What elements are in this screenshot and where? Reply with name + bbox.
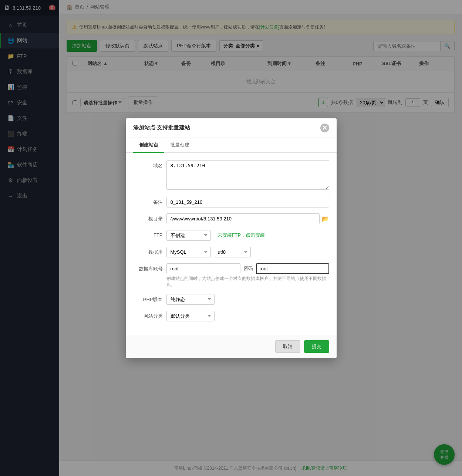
db-type-row: MySQL utf8: [166, 247, 329, 257]
rootdir-label: 根目录: [133, 213, 163, 222]
db-type-select[interactable]: MySQL: [166, 247, 211, 257]
database-control: MySQL utf8: [166, 247, 329, 257]
db-hint: 创建站点的同时，为站点创建一个对应的数据库帐户，方便不同站点使用不同数据库。: [166, 276, 329, 288]
db-charset-select[interactable]: utf8: [214, 247, 251, 257]
submit-button[interactable]: 提交: [304, 340, 329, 353]
category-row: 网站分类 默认分类: [133, 311, 329, 321]
password-label: 密码: [243, 265, 253, 272]
remark-control: 8_131_59_210: [166, 197, 329, 207]
ftp-select[interactable]: 不创建: [166, 230, 211, 241]
dialog-overlay: 添加站点-支持批量建站 ✕ 创建站点 批量创建 域名 8.131.59.210 …: [0, 0, 462, 476]
rootdir-row: 根目录 /www/wwwroot/8.131.59.210 📂: [133, 213, 329, 224]
domain-textarea[interactable]: 8.131.59.210: [166, 160, 329, 190]
domain-label: 域名: [133, 160, 163, 169]
domain-row: 域名 8.131.59.210: [133, 160, 329, 191]
ftp-control: 不创建 未安装FTP，点击安装: [166, 230, 329, 241]
dialog-body: 域名 8.131.59.210 备注 8_131_59_210 根目录 /www…: [126, 153, 337, 335]
tab-create-site[interactable]: 创建站点: [133, 138, 164, 153]
tab-batch-create[interactable]: 批量创建: [164, 138, 195, 153]
cancel-button[interactable]: 取消: [275, 340, 300, 353]
database-row: 数据库 MySQL utf8: [133, 247, 329, 257]
rootdir-input-wrap: /www/wwwroot/8.131.59.210 📂: [166, 213, 329, 224]
ftp-row: FTP 不创建 未安装FTP，点击安装: [133, 230, 329, 241]
php-version-select[interactable]: 纯静态: [166, 294, 215, 305]
php-label: PHP版本: [133, 294, 163, 303]
category-control: 默认分类: [166, 311, 329, 321]
ftp-install-link[interactable]: 未安装FTP，点击安装: [217, 232, 265, 239]
remark-row: 备注 8_131_59_210: [133, 197, 329, 207]
password-input[interactable]: root: [256, 263, 329, 274]
domain-control: 8.131.59.210: [166, 160, 329, 191]
php-control: 纯静态: [166, 294, 329, 305]
remark-input[interactable]: 8_131_59_210: [166, 197, 329, 207]
dialog-footer: 取消 提交: [126, 335, 337, 358]
rootdir-control: /www/wwwroot/8.131.59.210 📂: [166, 213, 329, 224]
remark-label: 备注: [133, 197, 163, 206]
rootdir-input[interactable]: /www/wwwroot/8.131.59.210: [166, 213, 320, 224]
dbaccount-label: 数据库账号: [133, 263, 163, 272]
dialog-title: 添加站点-支持批量建站: [133, 124, 190, 131]
category-form-label: 网站分类: [133, 311, 163, 320]
dialog-close-button[interactable]: ✕: [320, 124, 329, 132]
database-label: 数据库: [133, 247, 163, 256]
dbaccount-input[interactable]: root: [166, 263, 240, 274]
dbaccount-row: 数据库账号 root 密码 root 创建站点的同时，为站点创建一个对应的数据库…: [133, 263, 329, 288]
dialog-header: 添加站点-支持批量建站 ✕: [126, 118, 337, 138]
dialog-tabs: 创建站点 批量创建: [126, 138, 337, 153]
folder-browse-icon[interactable]: 📂: [322, 215, 329, 222]
db-credentials-row: root 密码 root: [166, 263, 329, 274]
php-row: PHP版本 纯静态: [133, 294, 329, 305]
ftp-label: FTP: [133, 230, 163, 238]
category-form-select[interactable]: 默认分类: [166, 311, 215, 321]
dbaccount-control: root 密码 root 创建站点的同时，为站点创建一个对应的数据库帐户，方便不…: [166, 263, 329, 288]
add-site-dialog: 添加站点-支持批量建站 ✕ 创建站点 批量创建 域名 8.131.59.210 …: [126, 118, 337, 358]
